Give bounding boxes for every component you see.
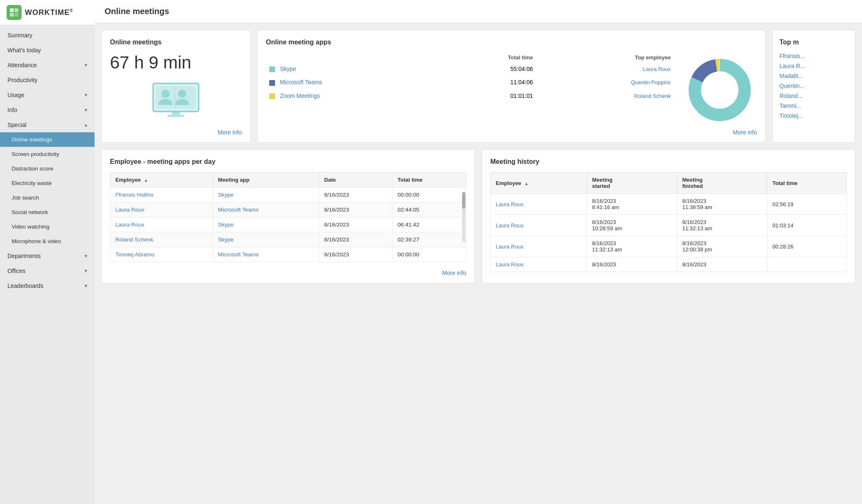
skype-link-row4[interactable]: Skype bbox=[218, 236, 234, 243]
donut-chart-area bbox=[682, 53, 757, 127]
laura-roux-hist-2[interactable]: Laura Roux bbox=[496, 222, 524, 229]
skype-link[interactable]: Skype bbox=[280, 66, 296, 72]
laura-roux-link-2[interactable]: Laura Roux bbox=[115, 207, 144, 213]
laura-roux-hist-4[interactable]: Laura Roux bbox=[496, 261, 524, 268]
chevron-down-icon: ▾ bbox=[85, 253, 87, 259]
table-row: Laura Roux 8/16/20238:41:16 am 8/16/2023… bbox=[491, 194, 847, 215]
scrollbar-track[interactable] bbox=[462, 192, 465, 242]
time-cell: 00:28:26 bbox=[767, 236, 847, 257]
table-row: Laura Roux Microsoft Teams 8/16/2023 02:… bbox=[110, 202, 466, 217]
started-cell: 8/16/2023 bbox=[587, 257, 677, 272]
sidebar-item-leaderboards[interactable]: Leaderboards ▾ bbox=[0, 278, 95, 293]
meetings-more-info[interactable]: More info bbox=[218, 129, 242, 136]
sidebar-nav: Summary What's today Attendance ▾ Produc… bbox=[0, 25, 95, 296]
ffransis-hollins-link[interactable]: Ffransis Hollins bbox=[115, 192, 153, 198]
sidebar-item-offices[interactable]: Offices ▾ bbox=[0, 263, 95, 278]
history-table: Employee ▲ Meetingstarted Meetingfinishe… bbox=[490, 172, 847, 272]
sidebar-item-departments[interactable]: Departments ▾ bbox=[0, 248, 95, 263]
top-cards-row: Online meetings 67 h 9 min bbox=[101, 30, 855, 143]
sidebar-item-online-meetings[interactable]: Online meetings bbox=[0, 132, 95, 147]
scrollbar-thumb[interactable] bbox=[462, 192, 465, 209]
laura-roux-link-1[interactable]: Laura Roux bbox=[643, 66, 671, 72]
chevron-down-icon: ▾ bbox=[85, 92, 87, 98]
sidebar-item-summary[interactable]: Summary bbox=[0, 28, 95, 43]
timotej-abramo-link[interactable]: Timotej Abramo bbox=[115, 251, 154, 258]
teams-link-row2[interactable]: Microsoft Teams bbox=[218, 207, 259, 213]
sidebar-item-attendance[interactable]: Attendance ▾ bbox=[0, 58, 95, 73]
time-cell: 00:00:00 bbox=[392, 247, 466, 262]
chevron-down-icon: ▾ bbox=[85, 283, 87, 289]
sidebar-item-info[interactable]: Info ▾ bbox=[0, 102, 95, 117]
apps-table-area: Total time Top employee Skype bbox=[266, 53, 674, 106]
sidebar-item-microphone-video[interactable]: Microphone & video bbox=[0, 234, 95, 248]
member-ffransis[interactable]: Ffransis... bbox=[779, 51, 848, 61]
sidebar: WORKTIME® Summary What's today Attendanc… bbox=[0, 0, 95, 504]
online-meetings-card: Online meetings 67 h 9 min bbox=[101, 30, 251, 143]
app-row-skype: Skype 55:04:06 Laura Roux bbox=[266, 62, 674, 75]
svg-point-7 bbox=[161, 90, 170, 98]
sidebar-item-whats-today[interactable]: What's today bbox=[0, 43, 95, 58]
sidebar-item-distraction-score[interactable]: Distraction score bbox=[0, 161, 95, 176]
meeting-apps-card: Online meeting apps Total time Top emplo… bbox=[257, 30, 766, 143]
roland-schenk-link-1[interactable]: Roland Schenk bbox=[634, 93, 671, 99]
sidebar-item-label: What's today bbox=[7, 47, 41, 54]
logo-text: WORKTIME® bbox=[25, 8, 73, 17]
sidebar-item-label: Video watching bbox=[12, 224, 49, 230]
member-timotej[interactable]: Timotej... bbox=[779, 111, 848, 121]
chevron-down-icon: ▾ bbox=[85, 62, 87, 68]
svg-rect-1 bbox=[15, 8, 18, 12]
employee-meeting-card: Employee - meeting apps per day Employee… bbox=[101, 149, 475, 283]
member-laura-r[interactable]: Laura R... bbox=[779, 61, 848, 71]
table-row: Laura Roux 8/16/2023 8/16/2023 bbox=[491, 257, 847, 272]
roland-schenk-link-2[interactable]: Roland Schenk bbox=[115, 236, 153, 243]
hist-col-started: Meetingstarted bbox=[587, 173, 677, 194]
svg-rect-3 bbox=[15, 13, 18, 17]
time-cell: 01:03:14 bbox=[767, 215, 847, 236]
laura-roux-hist-1[interactable]: Laura Roux bbox=[496, 201, 524, 207]
sort-icon: ▲ bbox=[524, 181, 528, 186]
laura-roux-hist-3[interactable]: Laura Roux bbox=[496, 243, 524, 250]
time-cell bbox=[767, 257, 847, 272]
top-members-panel: Top m Ffransis... Laura R... Madalit... … bbox=[772, 30, 855, 143]
sidebar-item-social-network[interactable]: Social network bbox=[0, 205, 95, 219]
sort-icon: ▲ bbox=[144, 178, 148, 183]
logo-icon bbox=[7, 5, 22, 20]
sidebar-item-label: Offices bbox=[7, 268, 25, 274]
sidebar-item-job-search[interactable]: Job search bbox=[0, 190, 95, 205]
sidebar-item-usage[interactable]: Usage ▾ bbox=[0, 88, 95, 102]
quentin-poppins-link[interactable]: Quentin Poppins bbox=[631, 79, 671, 85]
sidebar-item-label: Job search bbox=[12, 195, 39, 201]
teams-link[interactable]: Microsoft Teams bbox=[280, 79, 322, 85]
sidebar-item-screen-productivity[interactable]: Screen productivity bbox=[0, 147, 95, 161]
app-name-cell: Microsoft Teams bbox=[266, 75, 442, 89]
skype-color-indicator bbox=[269, 66, 275, 72]
member-madalit[interactable]: Madalit... bbox=[779, 71, 848, 81]
app-row-teams: Microsoft Teams 11:04:06 Quentin Poppins bbox=[266, 75, 674, 89]
time-cell: 02:44:05 bbox=[392, 202, 466, 217]
finished-cell: 8/16/202312:00:39 pm bbox=[677, 236, 767, 257]
skype-link-row1[interactable]: Skype bbox=[218, 192, 234, 198]
teams-link-row5[interactable]: Microsoft Teams bbox=[218, 251, 259, 258]
table-row: Laura Roux 8/16/202310:28:59 am 8/16/202… bbox=[491, 215, 847, 236]
sidebar-item-video-watching[interactable]: Video watching bbox=[0, 219, 95, 234]
sidebar-item-electricity-waste[interactable]: Electricity waste bbox=[0, 176, 95, 190]
sidebar-item-label: Productivity bbox=[7, 77, 37, 83]
zoom-color-indicator bbox=[269, 93, 275, 99]
sidebar-item-special[interactable]: Special ▴ bbox=[0, 117, 95, 132]
skype-link-row3[interactable]: Skype bbox=[218, 222, 234, 228]
zoom-link[interactable]: Zoom Meetings bbox=[280, 93, 320, 99]
hist-col-employee: Employee ▲ bbox=[491, 173, 587, 194]
apps-more-info[interactable]: More info bbox=[733, 129, 757, 136]
sidebar-item-label: Microphone & video bbox=[12, 238, 61, 244]
laura-roux-link-3[interactable]: Laura Roux bbox=[115, 222, 144, 228]
bottom-cards-row: Employee - meeting apps per day Employee… bbox=[101, 149, 855, 283]
finished-cell: 8/16/202311:38:59 am bbox=[677, 194, 767, 215]
member-tammi[interactable]: Tammi... bbox=[779, 101, 848, 111]
col-total-time: Total time bbox=[442, 53, 536, 62]
employee-table-title: Employee - meeting apps per day bbox=[110, 158, 466, 166]
member-quentin[interactable]: Quentin... bbox=[779, 81, 848, 91]
member-roland[interactable]: Roland... bbox=[779, 91, 848, 101]
sidebar-item-label: Leaderboards bbox=[7, 282, 43, 289]
employee-table-more-info[interactable]: More info bbox=[442, 270, 466, 276]
sidebar-item-productivity[interactable]: Productivity bbox=[0, 73, 95, 88]
